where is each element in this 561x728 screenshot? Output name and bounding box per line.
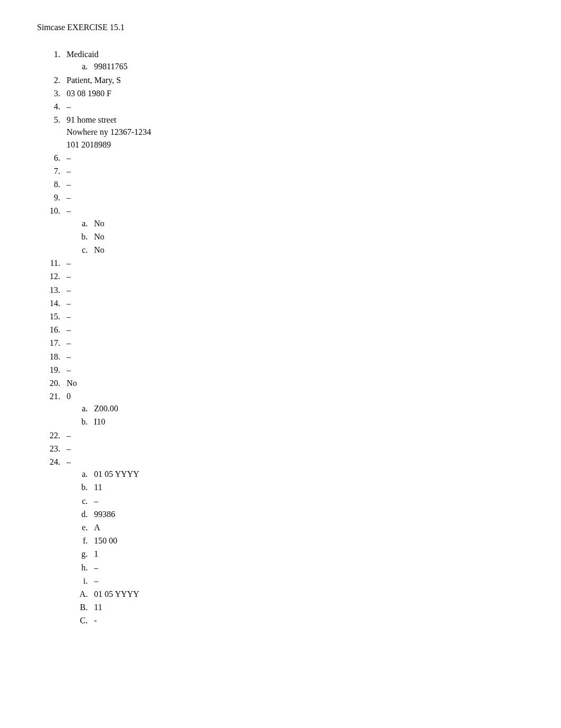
item-1-text: Medicaid xyxy=(67,50,98,59)
item-24f: 150 00 xyxy=(90,535,524,547)
list-item-20: No xyxy=(62,377,524,389)
list-item-15: – xyxy=(62,310,524,322)
item-10a: No xyxy=(90,217,524,229)
item-5-line3: 101 2018989 xyxy=(67,139,524,151)
list-item-19: – xyxy=(62,364,524,376)
item-24-text: – xyxy=(67,457,71,466)
list-item-17: – xyxy=(62,337,524,349)
list-item-18: – xyxy=(62,351,524,363)
item-21b: I10 xyxy=(90,416,524,428)
item-5-block: 91 home street Nowhere ny 12367-1234 101… xyxy=(67,114,524,151)
list-item-21: 0 Z00.00 I10 xyxy=(62,390,524,428)
list-item-1: Medicaid 99811765 xyxy=(62,48,524,72)
item-10b: No xyxy=(90,231,524,243)
item-5-line2: Nowhere ny 12367-1234 xyxy=(67,126,524,138)
list-item-12: – xyxy=(62,270,524,282)
sublist-10: No No No xyxy=(67,217,524,256)
list-item-6: – xyxy=(62,152,524,164)
sublist-24-upper: 01 05 YYYY 11 - xyxy=(67,588,524,627)
item-24C: - xyxy=(90,614,524,626)
list-item-24: – 01 05 YYYY 11 – 99386 A 150 00 1 – – 0… xyxy=(62,456,524,626)
list-item-7: – xyxy=(62,165,524,177)
item-24g: 1 xyxy=(90,548,524,560)
list-item-4: – xyxy=(62,100,524,113)
list-item-23: – xyxy=(62,443,524,455)
item-21-text: 0 xyxy=(67,392,71,401)
item-24e: A xyxy=(90,521,524,533)
page-header: Simcase EXERCISE 15.1 xyxy=(37,21,524,33)
list-item-11: – xyxy=(62,257,524,269)
sublist-24-lower: 01 05 YYYY 11 – 99386 A 150 00 1 – – xyxy=(67,468,524,587)
item-5-line1: 91 home street xyxy=(67,114,524,126)
list-item-16: – xyxy=(62,324,524,336)
sublist-21: Z00.00 I10 xyxy=(67,402,524,428)
item-24c: – xyxy=(90,495,524,507)
item-24d: 99386 xyxy=(90,508,524,520)
list-item-22: – xyxy=(62,429,524,441)
item-24i: – xyxy=(90,575,524,587)
list-item-9: – xyxy=(62,191,524,204)
item-21a: Z00.00 xyxy=(90,402,524,414)
list-item-5: 91 home street Nowhere ny 12367-1234 101… xyxy=(62,114,524,151)
list-item-14: – xyxy=(62,297,524,309)
list-item-8: – xyxy=(62,178,524,190)
item-24h: – xyxy=(90,561,524,574)
document-page: Simcase EXERCISE 15.1 Medicaid 99811765 … xyxy=(0,0,561,728)
item-24a: 01 05 YYYY xyxy=(90,468,524,480)
list-item-13: – xyxy=(62,284,524,296)
item-24B: 11 xyxy=(90,601,524,613)
main-ordered-list: Medicaid 99811765 Patient, Mary, S 03 08… xyxy=(37,48,524,626)
list-item-10: – No No No xyxy=(62,205,524,256)
item-24A: 01 05 YYYY xyxy=(90,588,524,600)
item-10c: No xyxy=(90,244,524,256)
item-10-text: – xyxy=(67,206,71,215)
item-1a: 99811765 xyxy=(90,60,524,72)
list-item-2: Patient, Mary, S xyxy=(62,74,524,86)
list-item-3: 03 08 1980 F xyxy=(62,87,524,99)
item-24b: 11 xyxy=(90,481,524,493)
sublist-1: 99811765 xyxy=(67,60,524,72)
